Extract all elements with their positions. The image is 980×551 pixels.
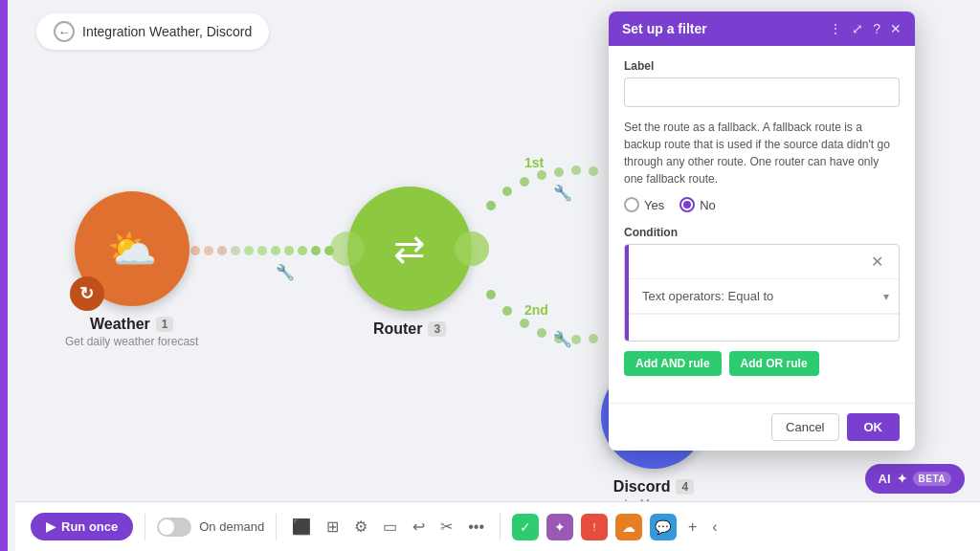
radio-yes[interactable]: Yes — [624, 197, 664, 212]
toolbar-icon-grid[interactable]: ⊞ — [323, 514, 343, 540]
toggle-knob — [159, 519, 174, 535]
filter-modal: Set up a filter ⋮ ⤢ ? ✕ Label Set the ro… — [609, 11, 915, 451]
toolbar-orange-icon[interactable]: ☁ — [615, 514, 642, 540]
svg-point-7 — [284, 246, 294, 255]
discord-label: Discord 4 — [613, 478, 694, 496]
cancel-button[interactable]: Cancel — [771, 413, 838, 441]
svg-point-16 — [571, 165, 581, 175]
svg-point-3 — [231, 246, 240, 255]
svg-point-13 — [520, 177, 529, 187]
operator-arrow-icon: ▾ — [883, 290, 889, 303]
modal-more-icon[interactable]: ⋮ — [829, 21, 842, 36]
on-demand-toggle[interactable]: On demand — [157, 518, 264, 537]
svg-point-23 — [571, 335, 581, 344]
add-and-rule-button[interactable]: Add AND rule — [624, 351, 722, 376]
wrench-icon-3[interactable]: 🔧 — [553, 330, 572, 348]
toolbar: ▶ Run once On demand ⬛ ⊞ ⚙ ▭ ↩ ✂ ••• ✓ ✦… — [15, 501, 980, 551]
svg-point-11 — [486, 201, 496, 210]
toolbar-divider-3 — [500, 514, 501, 540]
toolbar-icon-settings[interactable]: ⚙ — [350, 514, 371, 540]
svg-point-2 — [217, 246, 227, 255]
svg-point-15 — [554, 167, 564, 177]
toolbar-divider-1 — [145, 514, 145, 540]
svg-point-17 — [589, 166, 598, 176]
router-circle: ⇄ — [347, 187, 472, 311]
back-button[interactable]: ← — [54, 21, 75, 42]
toolbar-icon-undo[interactable]: ↩ — [409, 514, 429, 540]
label-input[interactable] — [624, 77, 900, 107]
radio-yes-circle[interactable] — [624, 197, 639, 212]
route-label-1st: 1st — [524, 155, 544, 170]
svg-point-14 — [537, 170, 546, 180]
condition-operator-row[interactable]: Text operators: Equal to ▾ — [625, 279, 899, 314]
toolbar-icon-clone[interactable]: ⬛ — [288, 514, 315, 540]
modal-header: Set up a filter ⋮ ⤢ ? ✕ — [609, 11, 915, 46]
svg-point-8 — [298, 246, 307, 255]
radio-no-circle[interactable] — [679, 197, 695, 212]
node-weather[interactable]: ⛅ ↻ Weather 1 Get daily weather forecast — [65, 191, 198, 348]
toolbar-icon-more[interactable]: ••• — [464, 515, 488, 540]
modal-close-icon[interactable]: ✕ — [890, 21, 902, 36]
svg-point-21 — [537, 328, 546, 338]
radio-dot — [683, 201, 691, 209]
svg-point-1 — [204, 246, 213, 255]
svg-point-18 — [486, 290, 496, 299]
toolbar-red-icon[interactable]: ! — [581, 514, 608, 540]
router-blob-left — [330, 231, 365, 266]
condition-bar — [625, 245, 629, 341]
toolbar-purple-icon[interactable]: ✦ — [546, 514, 573, 540]
radio-no[interactable]: No — [679, 197, 716, 212]
router-label: Router 3 — [373, 320, 446, 338]
run-once-button[interactable]: ▶ Run once — [31, 513, 133, 540]
modal-title: Set up a filter — [622, 21, 707, 36]
toolbar-green-icon[interactable]: ✓ — [512, 514, 539, 540]
add-or-rule-button[interactable]: Add OR rule — [729, 351, 819, 376]
operator-text: Text operators: Equal to — [642, 289, 773, 303]
svg-point-6 — [271, 246, 280, 255]
condition-box: ✕ Text operators: Equal to ▾ — [624, 244, 900, 342]
svg-point-24 — [589, 334, 598, 343]
router-blob-right — [455, 231, 489, 266]
modal-header-icons: ⋮ ⤢ ? ✕ — [829, 21, 902, 36]
toolbar-blue-icon[interactable]: 💬 — [650, 514, 677, 540]
ok-button[interactable]: OK — [847, 413, 901, 441]
ai-button[interactable]: AI ✦ BETA — [865, 464, 965, 494]
route-label-2nd: 2nd — [524, 302, 548, 318]
condition-label: Condition — [624, 226, 900, 239]
toolbar-icon-add[interactable]: + — [684, 515, 701, 540]
svg-point-4 — [244, 246, 254, 255]
toolbar-icon-scissors[interactable]: ✂ — [436, 514, 457, 540]
rule-buttons: Add AND rule Add OR rule — [624, 351, 900, 376]
modal-help-icon[interactable]: ? — [873, 21, 880, 36]
toolbar-icon-chevron[interactable]: ‹ — [708, 515, 721, 540]
svg-point-19 — [502, 306, 512, 316]
canvas: ← Integration Weather, Discord ⛅ ↻ Weath… — [8, 0, 980, 551]
svg-point-12 — [502, 187, 512, 196]
svg-point-20 — [520, 319, 529, 328]
svg-point-5 — [257, 246, 267, 255]
weather-circle: ⛅ ↻ — [75, 191, 189, 306]
toolbar-icon-notes[interactable]: ▭ — [379, 514, 401, 540]
play-icon: ▶ — [46, 519, 56, 534]
weather-icon: ⛅ — [107, 226, 157, 273]
toggle-switch[interactable] — [157, 518, 191, 537]
weather-label: Weather 1 — [90, 316, 174, 333]
left-sidebar — [0, 0, 8, 551]
weather-sublabel: Get daily weather forecast — [65, 335, 198, 348]
breadcrumb: ← Integration Weather, Discord — [36, 13, 269, 50]
condition-close-icon[interactable]: ✕ — [865, 251, 889, 273]
wrench-icon-2[interactable]: 🔧 — [553, 184, 572, 202]
modal-footer: Cancel OK — [609, 403, 915, 451]
condition-top-input[interactable] — [642, 254, 865, 269]
node-router[interactable]: ⇄ Router 3 — [347, 187, 472, 338]
fallback-description: Set the route as a fallback. A fallback … — [624, 119, 900, 187]
condition-section: Condition ✕ Text operators: Equal to — [624, 226, 900, 342]
radio-group: Yes No — [624, 197, 900, 212]
wrench-icon-1[interactable]: 🔧 — [276, 263, 295, 281]
condition-value-input[interactable] — [625, 314, 899, 341]
operator-select[interactable]: Text operators: Equal to ▾ — [642, 285, 889, 307]
label-field-label: Label — [624, 59, 900, 73]
svg-point-9 — [311, 246, 321, 255]
router-icon: ⇄ — [393, 227, 426, 271]
modal-expand-icon[interactable]: ⤢ — [852, 21, 863, 36]
